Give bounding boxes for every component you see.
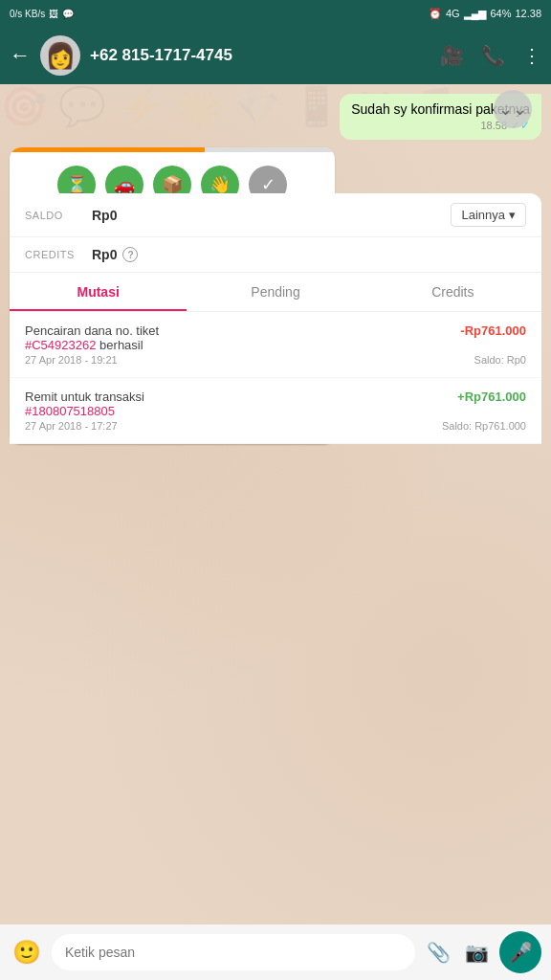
camera-button[interactable]: 📷: [461, 937, 492, 968]
saldo-label: SALDO: [25, 210, 92, 221]
mic-button[interactable]: 🎤: [499, 931, 541, 973]
txn-link-1[interactable]: #C54923262: [25, 338, 96, 352]
message-input[interactable]: [52, 934, 415, 970]
avatar[interactable]: 👩: [40, 35, 80, 76]
txn-balance-2: Saldo: Rp761.000: [442, 420, 526, 432]
txn-title-1: Pencairan dana no. tiket #C54923262 berh…: [25, 323, 159, 352]
video-call-icon[interactable]: 🎥: [440, 44, 464, 67]
credits-row: CREDITS Rp0 ?: [10, 237, 541, 273]
clock: 12.38: [515, 8, 541, 19]
attach-button[interactable]: 📎: [423, 937, 453, 968]
txn-amount-2: +Rp761.000: [457, 390, 526, 404]
status-left: 0/s KB/s 🖼 💬: [10, 9, 74, 19]
back-button[interactable]: ←: [10, 43, 31, 68]
emoji-button[interactable]: 🙂: [10, 935, 44, 969]
txn-title-2: Remit untuk transaksi #180807518805: [25, 390, 144, 418]
credits-value: Rp0 ?: [92, 247, 138, 262]
help-icon[interactable]: ?: [122, 247, 138, 262]
alarm-icon: ⏰: [429, 8, 442, 20]
saldo-row: SALDO Rp0 Lainnya ▾: [10, 193, 541, 237]
tab-mutasi[interactable]: Mutasi: [10, 273, 187, 311]
tabs-row: Mutasi Pending Credits: [10, 273, 541, 312]
chat-header: ← 👩 +62 815-1717-4745 🎥 📞 ⋮: [0, 27, 551, 84]
contact-name[interactable]: +62 815-1717-4745: [90, 46, 430, 65]
network-speed: 0/s KB/s: [10, 9, 45, 19]
saldo-value: Rp0: [92, 208, 117, 223]
transaction-item-1: Pencairan dana no. tiket #C54923262 berh…: [10, 312, 541, 378]
outgoing-message: Sudah sy konfirmasi paketnya 18.58 ✓✓: [10, 94, 541, 140]
chat-area: Sudah sy konfirmasi paketnya 18.58 ✓✓ ⏳ …: [0, 84, 551, 924]
transaction-item-2: Remit untuk transaksi #180807518805 +Rp7…: [10, 378, 541, 444]
bottom-panel: SALDO Rp0 Lainnya ▾ CREDITS Rp0 ? Mu: [10, 193, 541, 444]
status-bar: 0/s KB/s 🖼 💬 ⏰ 4G ▂▄▆ 64% 12.38: [0, 0, 551, 27]
chevron-down-icon: ▾: [509, 208, 516, 222]
txn-date-2: 27 Apr 2018 - 17:27: [25, 420, 118, 432]
header-actions: 🎥 📞 ⋮: [440, 44, 541, 67]
tab-pending[interactable]: Pending: [187, 273, 364, 311]
txn-balance-1: Saldo: Rp0: [474, 354, 526, 366]
credits-label: CREDITS: [25, 249, 92, 260]
phone-call-icon[interactable]: 📞: [481, 44, 505, 67]
txn-amount-1: -Rp761.000: [460, 323, 526, 338]
message-icon: 💬: [62, 9, 74, 19]
tab-credits[interactable]: Credits: [364, 273, 541, 311]
lainnya-dropdown[interactable]: Lainnya ▾: [451, 203, 526, 227]
dropdown-label: Lainnya: [461, 208, 505, 222]
scroll-down-button[interactable]: ⌄⌄: [494, 90, 532, 128]
battery: 64%: [490, 8, 511, 19]
input-bar: 🙂 📎 📷 🎤: [0, 924, 551, 980]
signal-icon: 🖼: [49, 9, 58, 19]
more-options-icon[interactable]: ⋮: [522, 44, 541, 67]
status-right: ⏰ 4G ▂▄▆ 64% 12.38: [429, 8, 541, 20]
txn-date-1: 27 Apr 2018 - 19:21: [25, 354, 118, 366]
network-icon: 4G: [446, 8, 460, 19]
txn-link-2[interactable]: #180807518805: [25, 404, 115, 418]
signal-bars: ▂▄▆: [464, 8, 487, 20]
